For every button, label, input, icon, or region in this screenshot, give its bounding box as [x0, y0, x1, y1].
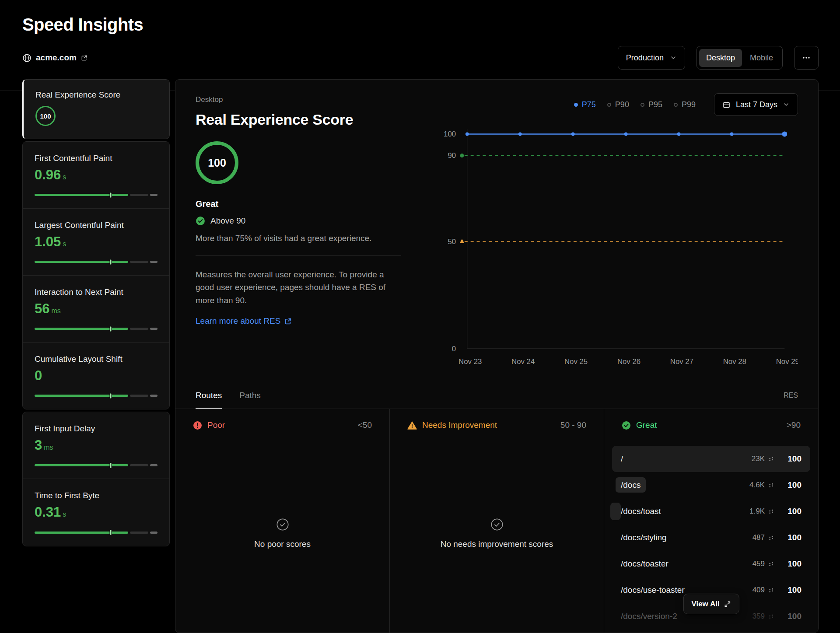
distribution-icon: [768, 587, 774, 594]
route-row[interactable]: /23K100: [612, 446, 810, 472]
metric-card-largest-contentful-paint[interactable]: Largest Contentful Paint 1.05s: [23, 208, 169, 275]
panel-title: Real Experience Score: [196, 111, 401, 128]
distribution-icon: [768, 508, 774, 515]
alert-circle-icon: [193, 421, 202, 430]
empty-message: No poor scores: [254, 539, 311, 549]
header-controls: Production Desktop Mobile: [618, 46, 819, 70]
empty-message: No needs improvement scores: [441, 539, 553, 549]
legend-dot: [607, 103, 611, 107]
metric-value-marker: [110, 393, 112, 399]
metric-label: Interaction to Next Paint: [35, 287, 158, 297]
metric-threshold-meter: [35, 326, 158, 332]
metric-threshold-meter: [35, 462, 158, 468]
external-link-icon: [81, 55, 88, 61]
tab-mobile[interactable]: Mobile: [743, 49, 780, 67]
svg-text:Nov 28: Nov 28: [723, 357, 746, 366]
summary-text: More than 75% of visits had a great expe…: [196, 234, 401, 243]
route-path: /docs/styling: [621, 533, 752, 542]
score-columns: Poor <50 No poor scores Needs Improvemen…: [175, 409, 818, 633]
great-label: Great: [636, 420, 657, 430]
legend-item-p99[interactable]: P99: [674, 100, 696, 109]
external-link-icon: [284, 318, 292, 325]
route-path: /docs: [621, 480, 749, 490]
check-circle-outline-icon: [490, 518, 504, 532]
poor-range: <50: [358, 420, 372, 430]
needs-improvement-range: 50 - 90: [560, 420, 586, 430]
metric-card-time-to-first-byte[interactable]: Time to First Byte 0.31s: [23, 479, 169, 546]
metric-group-core-vitals: First Contentful Paint 0.96s Largest Con…: [22, 141, 170, 409]
expand-icon: [724, 601, 731, 608]
view-all-button[interactable]: View All: [683, 594, 739, 614]
tab-paths[interactable]: Paths: [239, 382, 261, 409]
great-header: Great >90: [604, 409, 818, 430]
res-line-chart: 05090100Nov 23Nov 24Nov 25Nov 26Nov 27No…: [423, 124, 798, 369]
threshold-note: Above 90: [210, 216, 245, 226]
metric-value: 3ms: [35, 438, 158, 453]
calendar-icon: [722, 101, 731, 109]
route-row[interactable]: /docs/toast1.9K100: [612, 498, 810, 525]
needs-improvement-label: Needs Improvement: [422, 420, 497, 430]
svg-text:Nov 27: Nov 27: [670, 357, 693, 366]
great-column: Great >90 /23K100/docs4.6K100/docs/toast…: [604, 409, 818, 633]
device-toggle: Desktop Mobile: [696, 46, 783, 70]
legend-dot: [640, 103, 644, 107]
route-score: 100: [780, 612, 802, 621]
metric-card-cumulative-layout-shift[interactable]: Cumulative Layout Shift 0: [23, 342, 169, 409]
poor-empty-state: No poor scores: [175, 430, 389, 549]
metric-card-first-input-delay[interactable]: First Input Delay 3ms: [23, 412, 169, 479]
main-panel: Desktop Real Experience Score 100 Great …: [175, 79, 819, 633]
metric-label: Time to First Byte: [35, 491, 158, 500]
page-title: Speed Insights: [22, 15, 819, 35]
panel-top: Desktop Real Experience Score 100 Great …: [175, 80, 818, 382]
route-path: /docs/toast: [621, 507, 749, 516]
date-range-dropdown[interactable]: Last 7 Days: [714, 93, 798, 116]
legend-item-p75[interactable]: P75: [574, 100, 596, 109]
svg-text:50: 50: [448, 238, 456, 246]
tab-desktop[interactable]: Desktop: [699, 49, 742, 67]
poor-header: Poor <50: [175, 409, 389, 430]
metric-card-interaction-to-next-paint[interactable]: Interaction to Next Paint 56ms: [23, 275, 169, 342]
route-row[interactable]: /docs/toaster459100: [612, 551, 810, 577]
metric-group-legacy: First Input Delay 3ms Time to First Byte…: [22, 412, 170, 546]
svg-text:Nov 26: Nov 26: [617, 357, 640, 366]
date-range-label: Last 7 Days: [736, 100, 777, 109]
legend-item-p95[interactable]: P95: [640, 100, 662, 109]
domain-label: acme.com: [36, 53, 77, 63]
route-row[interactable]: /docs4.6K100: [612, 472, 810, 498]
route-visits: 1.9K: [749, 507, 765, 516]
threshold-row: Above 90: [196, 216, 401, 226]
metric-value: 0: [35, 368, 158, 383]
chevron-down-icon: [783, 101, 790, 108]
legend-dot: [574, 103, 578, 107]
route-score: 100: [780, 480, 802, 490]
route-visits: 487: [752, 533, 765, 542]
environment-dropdown[interactable]: Production: [618, 46, 685, 70]
needs-improvement-header: Needs Improvement 50 - 90: [390, 409, 604, 430]
poor-column: Poor <50 No poor scores: [175, 409, 389, 633]
tab-routes[interactable]: Routes: [196, 382, 222, 409]
metric-value: 0.31s: [35, 505, 158, 520]
speed-insights-page: Speed Insights acme.com Production Deskt…: [0, 0, 840, 633]
svg-text:100: 100: [444, 130, 456, 138]
route-row[interactable]: /docs/styling487100: [612, 525, 810, 551]
metric-label: Largest Contentful Paint: [35, 220, 158, 230]
route-visits: 4.6K: [749, 481, 765, 490]
domain-link[interactable]: acme.com: [22, 53, 88, 63]
metric-label: First Contentful Paint: [35, 154, 158, 163]
percentile-legend: P75P90P95P99: [574, 100, 696, 109]
more-options-button[interactable]: [794, 46, 819, 70]
distribution-icon: [768, 482, 774, 489]
metric-card-first-contentful-paint[interactable]: First Contentful Paint 0.96s: [23, 142, 169, 208]
distribution-icon: [768, 456, 774, 462]
route-score: 100: [780, 454, 802, 464]
res-axis-label: RES: [784, 392, 798, 399]
learn-more-link[interactable]: Learn more about RES: [196, 316, 292, 326]
metric-value: 0.96s: [35, 168, 158, 182]
rating-label: Great: [196, 199, 401, 209]
metric-value: 1.05s: [35, 234, 158, 249]
metric-value: 56ms: [35, 301, 158, 316]
route-visits: 23K: [752, 455, 765, 463]
svg-text:Nov 24: Nov 24: [511, 357, 535, 366]
metric-card-real-experience-score[interactable]: Real Experience Score 100: [22, 79, 170, 139]
legend-item-p90[interactable]: P90: [607, 100, 629, 109]
